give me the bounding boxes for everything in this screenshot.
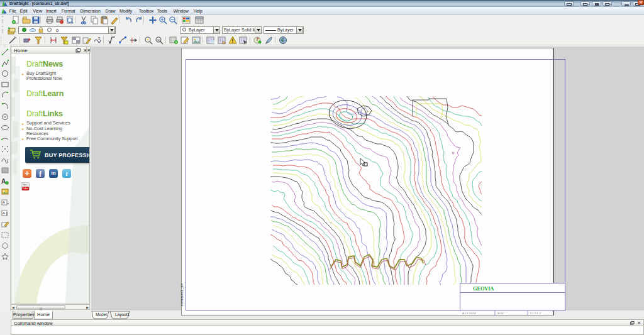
svg-text:%: % bbox=[157, 38, 161, 42]
svg-text:GEOVIA: GEOVIA bbox=[473, 285, 494, 292]
svg-text:A: A bbox=[1, 178, 6, 185]
svg-text:A.1.1 1/1/14: A.1.1 1/1/14 bbox=[462, 312, 476, 315]
svg-text:5 1 1-1 -2: 5 1 1-1 -2 bbox=[530, 312, 541, 315]
svg-text:Model: Model bbox=[96, 312, 107, 317]
svg-text:5: 5 bbox=[98, 36, 101, 40]
svg-text:A: A bbox=[3, 211, 5, 215]
svg-text:Layout1: Layout1 bbox=[115, 312, 130, 317]
svg-text:St-10: St-10 bbox=[497, 312, 504, 315]
svg-text:A: A bbox=[3, 200, 5, 204]
